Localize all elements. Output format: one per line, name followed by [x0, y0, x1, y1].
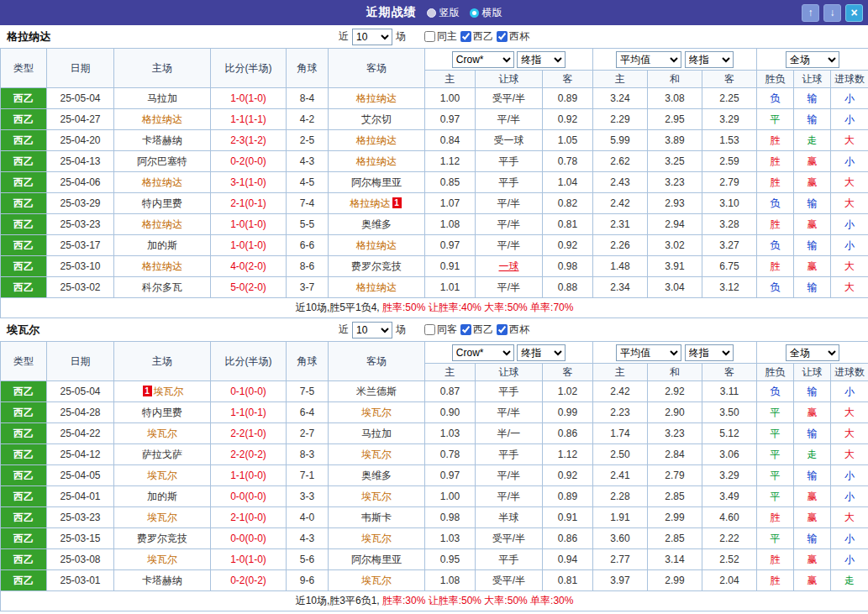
recent-count-select[interactable]: 10: [352, 29, 392, 45]
euro-book-select[interactable]: 平均值: [616, 51, 681, 68]
result-handicap-cell: 输: [794, 465, 831, 486]
home-team-cell: 马拉加: [114, 88, 211, 109]
home-team-cell: 卡塔赫纳: [114, 570, 211, 591]
euro-stage-select[interactable]: 终指: [685, 344, 734, 361]
corners-cell: 9-6: [287, 570, 329, 591]
away-team: 埃瓦尔: [361, 533, 392, 544]
away-team: 埃瓦尔: [361, 491, 392, 502]
cup-checkbox[interactable]: [497, 324, 508, 335]
asia-stage-select[interactable]: 终指: [517, 344, 566, 361]
home-team-cell: 特内里费: [114, 402, 211, 423]
euro-away-odds-cell: 5.12: [702, 423, 757, 444]
layout-vertical-radio[interactable]: 竖版: [427, 6, 460, 20]
league-checkbox[interactable]: [460, 31, 471, 42]
league-checkbox[interactable]: [460, 324, 471, 335]
result-wdl-cell: 平: [757, 402, 794, 423]
asia-home-odds-cell: 0.97: [425, 465, 476, 486]
result-wdl-cell: 平: [757, 423, 794, 444]
matches-table: 类型 日期 主场 比分(半场) 角球 客场 Crow* 终指 平均值 终指: [0, 341, 868, 611]
match-row: 西乙25-04-06格拉纳达3-1(1-0)4-5阿尔梅里亚0.85平手1.04…: [1, 172, 868, 193]
cup-checkbox[interactable]: [497, 31, 508, 42]
same-away-checkbox-label[interactable]: 同客: [424, 323, 457, 337]
match-type-cell: 西乙: [1, 109, 47, 130]
match-row: 西乙25-04-22埃瓦尔2-2(1-0)2-7马拉加1.03半/一0.861.…: [1, 423, 868, 444]
match-row: 西乙25-03-23埃瓦尔2-1(0-0)4-0韦斯卡0.98半球0.911.9…: [1, 507, 868, 528]
result-wdl-cell: 平: [757, 444, 794, 465]
euro-stage-select[interactable]: 终指: [685, 51, 734, 68]
team-name: 格拉纳达: [7, 29, 50, 45]
asia-handicap-cell: 一球: [476, 256, 543, 277]
league-checkbox-label[interactable]: 西乙: [460, 29, 493, 44]
corners-cell: 4-2: [287, 109, 329, 130]
subcol-result-handicap: 让球: [794, 71, 831, 88]
subcol-asia-home: 主: [425, 71, 476, 88]
euro-away-odds-cell: 3.50: [702, 402, 757, 423]
col-header-date: 日期: [47, 49, 114, 88]
result-handicap-cell: 输: [794, 88, 831, 109]
away-team: 奥维多: [361, 218, 392, 230]
result-handicap-cell: 输: [794, 381, 831, 402]
result-wdl-cell: 负: [757, 88, 794, 109]
euro-draw-odds-cell: 3.23: [648, 172, 702, 193]
away-team-name: 马拉加: [361, 428, 392, 439]
match-row: 西乙25-03-01卡塔赫纳0-2(0-2)9-6埃瓦尔1.08受平/半0.81…: [1, 570, 868, 591]
asia-stage-select[interactable]: 终指: [517, 51, 566, 68]
euro-home-odds-cell: 2.62: [593, 151, 648, 172]
away-team: 埃瓦尔: [361, 407, 392, 418]
match-date-cell: 25-04-20: [47, 130, 114, 151]
same-away-checkbox[interactable]: [424, 324, 435, 335]
asia-book-select[interactable]: Crow*: [452, 51, 514, 68]
asia-handicap-cell: 受平/半: [476, 88, 543, 109]
match-date-cell: 25-04-28: [47, 402, 114, 423]
result-scope-select[interactable]: 全场: [786, 51, 839, 68]
cup-checkbox-label[interactable]: 西杯: [497, 29, 529, 44]
close-button[interactable]: ×: [845, 4, 863, 22]
move-down-button[interactable]: ↓: [823, 4, 841, 22]
asia-home-odds-cell: 0.78: [425, 444, 476, 465]
match-type-cell: 西乙: [1, 277, 47, 298]
layout-horizontal-radio[interactable]: 横版: [470, 6, 502, 20]
match-date-cell: 25-05-04: [47, 88, 114, 109]
score-cell: 0-2(0-0): [211, 151, 287, 172]
match-row: 西乙25-04-01加的斯0-0(0-0)3-3埃瓦尔1.00平/半0.892.…: [1, 486, 868, 507]
away-team-cell: 格拉纳达: [329, 235, 425, 256]
away-team: 马拉加: [361, 428, 392, 439]
euro-away-odds-cell: 2.04: [702, 570, 757, 591]
result-handicap-cell: 赢: [794, 570, 831, 591]
cup-checkbox-label[interactable]: 西杯: [497, 323, 529, 337]
recent-count-select[interactable]: 10: [352, 322, 392, 338]
summary-rates: 胜率:30% 让胜率:50% 大率:50% 单率:30%: [382, 595, 573, 606]
result-goals-cell: 大: [831, 402, 868, 423]
home-team-cell: 格拉纳达: [114, 256, 211, 277]
radio-unselected-icon: [427, 8, 436, 18]
asia-away-odds-cell: 0.86: [543, 528, 593, 549]
asia-handicap-cell: 受平/半: [476, 528, 543, 549]
match-date-cell: 25-04-12: [47, 444, 114, 465]
window-title: 近期战绩: [366, 5, 417, 20]
asia-handicap-cell: 平/半: [476, 109, 543, 130]
asia-away-odds-cell: 1.02: [543, 381, 593, 402]
col-header-corners: 角球: [287, 342, 329, 381]
asia-away-odds-cell: 1.12: [543, 444, 593, 465]
games-label: 场: [396, 323, 406, 337]
euro-book-select[interactable]: 平均值: [616, 344, 681, 361]
same-home-checkbox[interactable]: [424, 31, 435, 42]
score-cell: 1-0(1-0): [211, 88, 287, 109]
home-team: 格拉纳达: [142, 113, 182, 125]
section-header: 埃瓦尔 近 10 场 同客 西乙 西杯: [0, 318, 868, 341]
home-team-name: 埃瓦尔: [147, 470, 177, 481]
result-scope-select[interactable]: 全场: [786, 344, 839, 361]
layout-vertical-label: 竖版: [439, 6, 460, 20]
team-name: 埃瓦尔: [7, 323, 39, 338]
result-goals-cell: 大: [831, 444, 868, 465]
same-home-checkbox-label[interactable]: 同主: [424, 29, 457, 44]
league-checkbox-label[interactable]: 西乙: [460, 323, 493, 337]
col-header-type: 类型: [1, 49, 47, 88]
result-handicap-cell: 赢: [794, 151, 831, 172]
move-up-button[interactable]: ↑: [802, 4, 819, 22]
asia-book-select[interactable]: Crow*: [452, 344, 514, 361]
corners-cell: 4-5: [287, 172, 329, 193]
euro-home-odds-cell: 2.43: [593, 172, 648, 193]
team-section: 格拉纳达 近 10 场 同主 西乙 西杯: [0, 25, 868, 318]
euro-home-odds-cell: 1.48: [593, 256, 648, 277]
